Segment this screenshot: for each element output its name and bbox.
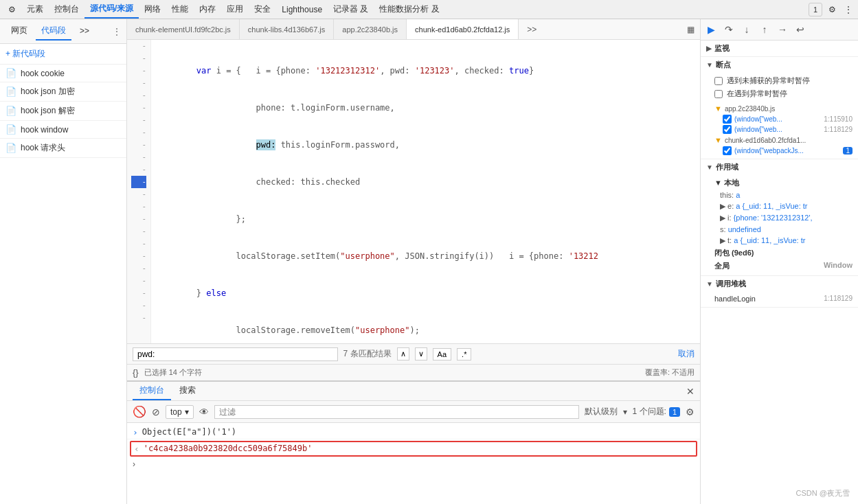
- code-line: localStorage.removeItem("userphone");: [157, 324, 695, 336]
- snippet-hook-cookie[interactable]: 📄 hook cookie: [0, 65, 126, 82]
- new-snippet-btn[interactable]: + 新代码段: [0, 44, 126, 65]
- step-out-btn[interactable]: ↑: [757, 22, 772, 37]
- tab-more[interactable]: >>: [74, 23, 95, 40]
- file-tab-2[interactable]: app.2c23840b.js: [334, 19, 407, 40]
- tab-count-icon[interactable]: 1: [809, 3, 822, 16]
- file-icon: 📄: [5, 143, 16, 153]
- search-prev-btn[interactable]: ∧: [397, 347, 409, 360]
- bp1-text[interactable]: (window["web...: [734, 115, 782, 123]
- snippet-hook-json-decrypt[interactable]: 📄 hook json 解密: [0, 102, 126, 121]
- code-lines: var i = { i = {phone: '13212312312', pwd…: [151, 40, 700, 343]
- watch-label: 监视: [714, 43, 730, 54]
- console-eye-btn[interactable]: 👁: [199, 406, 209, 417]
- snippet-hook-request-header[interactable]: 📄 hook 请求头: [0, 139, 126, 158]
- breakpoints-content: 遇到未捕获的异常时暂停 在遇到异常时暂停 ▼ app.2c23840b.js (…: [701, 73, 858, 159]
- resume-btn[interactable]: ▶: [703, 22, 719, 37]
- level-dropdown-icon[interactable]: ▾: [623, 407, 627, 417]
- input-prompt: ›: [133, 427, 138, 437]
- issue-badge: 1 个问题: 1: [633, 406, 680, 417]
- chunk-bp-text[interactable]: (window["webpackJs...: [734, 147, 804, 154]
- more-menu-icon[interactable]: ⋮: [842, 3, 855, 16]
- tab-snippets[interactable]: 代码段: [36, 22, 71, 41]
- bp-uncaught-checkbox[interactable]: [714, 77, 723, 85]
- callstack-header[interactable]: ▼ 调用堆栈: [701, 276, 858, 292]
- console-level-select[interactable]: top ▾: [166, 405, 194, 419]
- snippet-hook-window[interactable]: 📄 hook window: [0, 121, 126, 139]
- file-tab-0[interactable]: chunk-elementUI.fd9fc2bc.js: [127, 19, 240, 40]
- code-line: var i = { i = {phone: '13212312312', pwd…: [157, 65, 695, 77]
- menu-perf-insights[interactable]: 性能数据分析 及: [374, 1, 444, 18]
- menu-icon[interactable]: ⚙: [3, 2, 21, 17]
- grid-view-icon[interactable]: ▦: [681, 25, 700, 34]
- search-result: 7 条匹配结果: [343, 348, 392, 360]
- scope-t-expand[interactable]: ▶ t:: [720, 236, 734, 244]
- bp2-checkbox[interactable]: [723, 125, 732, 134]
- console-clear-btn[interactable]: 🚫: [133, 405, 146, 418]
- scope-global[interactable]: 全局 Window: [714, 260, 853, 273]
- chunk-bp-item: (window["webpackJs... 1: [723, 146, 853, 156]
- file-tab-name: chunk-libs.4d136b67.js: [248, 25, 326, 34]
- console-level-arrow: ▾: [185, 407, 189, 417]
- console-filter-input[interactable]: [214, 405, 579, 419]
- scope-global-value: Window: [824, 261, 853, 271]
- scope-local[interactable]: ▼ 本地: [714, 176, 853, 190]
- callstack-label: 调用堆栈: [716, 279, 746, 289]
- code-editor[interactable]: ----- ----- -- ----- ----- - var i = { i…: [127, 40, 700, 343]
- default-level-label[interactable]: 默认级别: [585, 406, 618, 417]
- settings-icon[interactable]: ⚙: [825, 3, 839, 16]
- menu-network[interactable]: 网络: [139, 1, 166, 18]
- scope-header[interactable]: ▼ 作用域: [701, 159, 858, 175]
- menu-security[interactable]: 安全: [249, 1, 276, 18]
- search-input[interactable]: [133, 347, 338, 361]
- search-next-btn[interactable]: ∨: [415, 347, 427, 360]
- search-regex-btn[interactable]: .*: [457, 348, 471, 360]
- tab-console[interactable]: 控制台: [133, 382, 171, 400]
- center-content: chunk-elementUI.fd9fc2bc.js chunk-libs.4…: [127, 19, 700, 504]
- search-case-btn[interactable]: Aa: [433, 348, 451, 360]
- cursor-prompt: ›: [133, 459, 135, 469]
- breakpoints-header[interactable]: ▼ 断点: [701, 57, 858, 73]
- watch-header[interactable]: ▶ 监视: [701, 41, 858, 56]
- scope-e-expand[interactable]: ▶ e:: [720, 202, 736, 210]
- menu-lighthouse[interactable]: Lighthouse: [276, 2, 328, 17]
- search-bar: 7 条匹配结果 ∧ ∨ Aa .* 取消: [127, 343, 700, 364]
- console-filter-btn[interactable]: ⊘: [152, 406, 160, 417]
- file-tab-3[interactable]: chunk-ed1d6ab0.2fcfda12.js: [407, 19, 519, 40]
- scope-label: 作用域: [716, 162, 738, 172]
- breakpoints-section: ▼ 断点 遇到未捕获的异常时暂停 在遇到异常时暂停 ▼ app.2c23840b…: [701, 57, 858, 159]
- scope-i-expand[interactable]: ▶ i:: [720, 214, 734, 222]
- tab-search[interactable]: 搜索: [172, 382, 203, 400]
- tab-webpage[interactable]: 网页: [5, 22, 33, 41]
- scope-closure[interactable]: 闭包 (9ed6): [714, 247, 853, 260]
- snippet-name: hook window: [21, 125, 68, 135]
- scope-e: ▶ e: a {_uid: 11, _isVue: tr: [720, 201, 853, 212]
- console-close-btn[interactable]: ✕: [686, 386, 695, 397]
- menu-performance[interactable]: 性能: [166, 1, 194, 18]
- deactivate-btn[interactable]: ↩: [793, 22, 808, 37]
- callstack-item-0[interactable]: handleLogin 1:118129: [714, 293, 853, 304]
- step-btn[interactable]: →: [775, 22, 790, 37]
- braces-icon[interactable]: {}: [133, 367, 139, 378]
- snippet-hook-json-encrypt[interactable]: 📄 hook json 加密: [0, 82, 126, 102]
- console-settings-btn[interactable]: ⚙: [686, 406, 695, 417]
- menu-sources[interactable]: 源代码/来源: [84, 0, 139, 19]
- right-panel: ▶ ↷ ↓ ↑ → ↩ ▶ 监视 ▼ 断点 遇到未捕获的异常时暂停: [700, 19, 858, 504]
- file-tab-1[interactable]: chunk-libs.4d136b67.js: [240, 19, 335, 40]
- bp2-text[interactable]: (window["web...: [734, 126, 782, 133]
- menu-application[interactable]: 应用: [221, 1, 249, 18]
- bp-item-1: (window["web... 1:115910: [723, 114, 853, 124]
- menu-elements[interactable]: 元素: [21, 1, 49, 18]
- bp-caught-checkbox[interactable]: [714, 90, 723, 98]
- menu-memory[interactable]: 内存: [194, 1, 221, 18]
- menu-console[interactable]: 控制台: [49, 1, 84, 18]
- step-over-btn[interactable]: ↷: [721, 22, 736, 37]
- scope-val[interactable]: a: [736, 191, 740, 199]
- chunk-bp-checkbox[interactable]: [723, 146, 732, 155]
- bp1-checkbox[interactable]: [723, 115, 732, 124]
- menu-recorder[interactable]: 记录器 及: [328, 1, 374, 18]
- sidebar-more-btn[interactable]: ⋮: [113, 27, 121, 36]
- search-cancel-btn[interactable]: 取消: [678, 348, 695, 360]
- step-into-btn[interactable]: ↓: [739, 22, 754, 37]
- file-tabs-more[interactable]: >>: [521, 25, 542, 34]
- scope-i-val: {phone: '13212312312',: [734, 214, 813, 222]
